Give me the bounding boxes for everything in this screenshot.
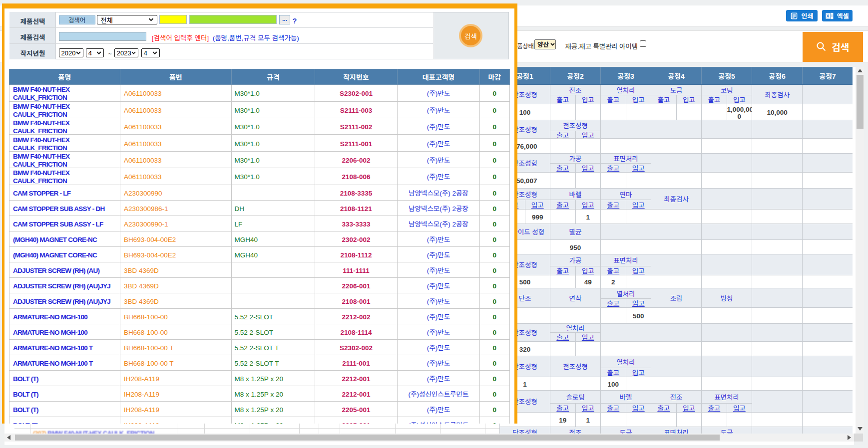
svg-text:X: X — [826, 13, 829, 18]
